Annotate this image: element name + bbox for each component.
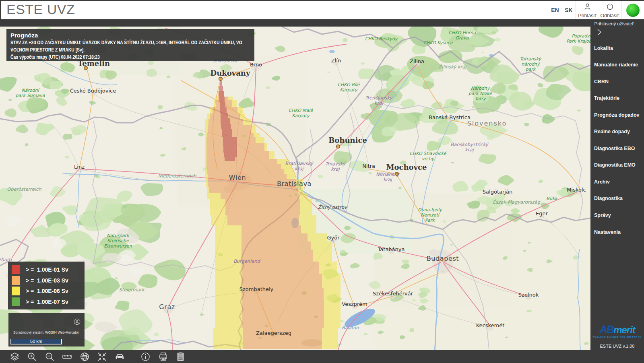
sidebar-item-diagnostika[interactable]: Diagnostika bbox=[590, 190, 644, 207]
map-label: České Budějovice bbox=[70, 88, 116, 94]
layers-button[interactable] bbox=[9, 351, 20, 362]
map-label: Budapest bbox=[427, 255, 459, 262]
map-label: Szombathely bbox=[239, 286, 274, 292]
npp-label-dukovany: Dukovany bbox=[211, 69, 250, 77]
infobox-body: STAV ZA +2d OD ZAČIATKU ÚNIKU: ÚVÄZOK DÁ… bbox=[10, 39, 250, 54]
map-label: Veszprém bbox=[342, 301, 367, 307]
language-button-sk[interactable]: SK bbox=[562, 1, 576, 19]
ruler-button[interactable] bbox=[62, 351, 72, 362]
sidebar-item-arch-v[interactable]: Archív bbox=[590, 173, 644, 190]
car-button[interactable] bbox=[114, 351, 125, 362]
map-label: Eger bbox=[536, 210, 548, 217]
print-icon bbox=[158, 352, 168, 362]
logout-button[interactable]: Odhlásiť bbox=[599, 1, 621, 19]
map-label: Balaton bbox=[342, 325, 359, 330]
legend-label: > = 1.00E-03 Sv bbox=[26, 277, 68, 284]
map-label: Steiermark bbox=[119, 287, 145, 293]
legend-row: > = 1.00E-03 Sv bbox=[12, 275, 85, 286]
login-label: Prihlásiť bbox=[578, 13, 597, 19]
map-label: Brno bbox=[250, 62, 262, 68]
logo-ab: AB bbox=[599, 324, 613, 336]
zoom-in-button[interactable] bbox=[27, 351, 37, 362]
power-icon bbox=[606, 3, 614, 12]
map-info-box: Súradnicový systém: WGS84 Web-Mercator 5… bbox=[8, 313, 85, 346]
npp-marker-bohunice bbox=[336, 145, 340, 148]
map-label: CHKO Beskydy bbox=[365, 36, 398, 41]
map-label: Niederösterreich bbox=[158, 173, 196, 179]
map-label: Banská Bystrica bbox=[429, 114, 471, 120]
language-button-en[interactable]: EN bbox=[548, 1, 562, 19]
print-button[interactable] bbox=[158, 351, 168, 362]
chevron-right-icon[interactable] bbox=[597, 29, 602, 35]
map-label: Oberösterreich bbox=[7, 186, 41, 192]
user-icon bbox=[584, 3, 591, 12]
npp-marker-dukovany bbox=[219, 77, 222, 80]
map-label: Szolnok bbox=[518, 292, 539, 298]
globe-icon bbox=[80, 352, 90, 362]
legend-label: > = 1.00E-07 Sv bbox=[26, 299, 68, 305]
map-label: Kecskemét bbox=[476, 322, 505, 328]
app-header: ESTE UVZ EN SK Prihlásiť Odhlásiť bbox=[0, 0, 644, 19]
zoom-in-icon bbox=[27, 352, 37, 362]
sidebar-item-cbrn[interactable]: CBRN bbox=[590, 73, 644, 90]
center-icon bbox=[97, 352, 107, 362]
map-toolbar bbox=[0, 350, 644, 363]
legend-swatch bbox=[12, 287, 20, 295]
sidebar: Prihlásený užívateľ: LokalitaManuálne ri… bbox=[590, 19, 644, 363]
infobox-title: Prognóza bbox=[10, 31, 250, 39]
map-label: Győr bbox=[327, 235, 340, 241]
infobox-time: Čas výpočtu mapy (UTC) 08.04.2022 07:18:… bbox=[10, 54, 250, 61]
map-label: Tatabánya bbox=[378, 246, 405, 252]
map-label: Graz bbox=[159, 303, 175, 311]
layers-icon bbox=[10, 352, 20, 362]
sidebar-item-progn-za-dopadov[interactable]: Prognóza dopadov bbox=[590, 107, 644, 124]
sidebar-item-re-lne-dopady[interactable]: Reálne dopady bbox=[590, 124, 644, 140]
legend-swatch bbox=[12, 297, 20, 306]
sidebar-item-diagnostika-emo[interactable]: Diagnostika EMO bbox=[590, 157, 644, 174]
report-button[interactable] bbox=[175, 351, 186, 362]
map-canvas[interactable]: TemelinDukovanyBohuniceMochovce BrnoZlín… bbox=[0, 27, 590, 350]
legend: > = 1.00E-01 Sv> = 1.00E-03 Sv> = 1.00E-… bbox=[8, 262, 85, 309]
legend-swatch bbox=[12, 265, 20, 274]
npp-label-mochovce: Mochovce bbox=[386, 163, 427, 171]
map-label: Salgótarján bbox=[483, 189, 512, 195]
app-title: ESTE UVZ bbox=[6, 2, 75, 17]
info-button[interactable] bbox=[140, 351, 151, 362]
zoom-out-button[interactable] bbox=[44, 351, 55, 362]
map-label: Žilinský kraj bbox=[438, 64, 467, 70]
ruler-icon bbox=[62, 352, 72, 362]
status-indicator bbox=[626, 4, 640, 17]
sidebar-item-manu-lne-riadenie[interactable]: Manuálne riadenie bbox=[590, 57, 644, 74]
legend-row: > = 1.00E-06 Sv bbox=[12, 286, 85, 297]
map-label: Nitra bbox=[362, 163, 375, 169]
map-label: Burgenland bbox=[233, 258, 261, 264]
scale-bar: 50 km bbox=[10, 339, 62, 344]
map-label: Észak-Magyarország bbox=[493, 199, 541, 205]
map-label: Zalaegerszeg bbox=[256, 330, 291, 336]
prognosis-infobox: Prognóza STAV ZA +2d OD ZAČIATKU ÚNIKU: … bbox=[6, 29, 254, 61]
app-version: ESTE UVZ v.1.00 bbox=[590, 344, 644, 349]
sidebar-item-spr-vy[interactable]: Správy bbox=[590, 207, 644, 224]
map-label: Wien bbox=[229, 174, 246, 182]
map-label: Székesfehérvár bbox=[373, 291, 413, 297]
sidebar-item-lokalita[interactable]: Lokalita bbox=[590, 40, 644, 57]
globe-button[interactable] bbox=[79, 351, 90, 362]
legend-label: > = 1.00E-01 Sv bbox=[26, 266, 68, 273]
sidebar-menu: LokalitaManuálne riadenieCBRNTrajektórie… bbox=[590, 40, 644, 241]
coordinate-system-label: Súradnicový systém: WGS84 Web-Mercator bbox=[13, 330, 79, 334]
map-label: Linz bbox=[74, 164, 85, 170]
legend-row: > = 1.00E-07 Sv bbox=[12, 297, 85, 307]
sidebar-item-trajekt-rie[interactable]: Trajektórie bbox=[590, 90, 644, 107]
login-button[interactable]: Prihlásiť bbox=[576, 1, 599, 19]
sidebar-item-diagnostika-ebo[interactable]: Diagnostika EBO bbox=[590, 140, 644, 157]
map-label: Miskolc bbox=[567, 187, 586, 193]
map-label: Žilina bbox=[410, 58, 424, 64]
map-label: Zlín bbox=[331, 58, 341, 64]
info-icon bbox=[140, 352, 151, 362]
map-label: Žitný ostrov bbox=[318, 204, 348, 210]
sidebar-item-nastavenia[interactable]: Nastavenia bbox=[590, 224, 644, 241]
center-button[interactable] bbox=[97, 351, 107, 362]
legend-label: > = 1.00E-06 Sv bbox=[26, 288, 68, 294]
map-label: NaturparkSteirischeEisenwurzen bbox=[104, 233, 132, 249]
logged-user-label: Prihlásený užívateľ: bbox=[594, 21, 635, 26]
